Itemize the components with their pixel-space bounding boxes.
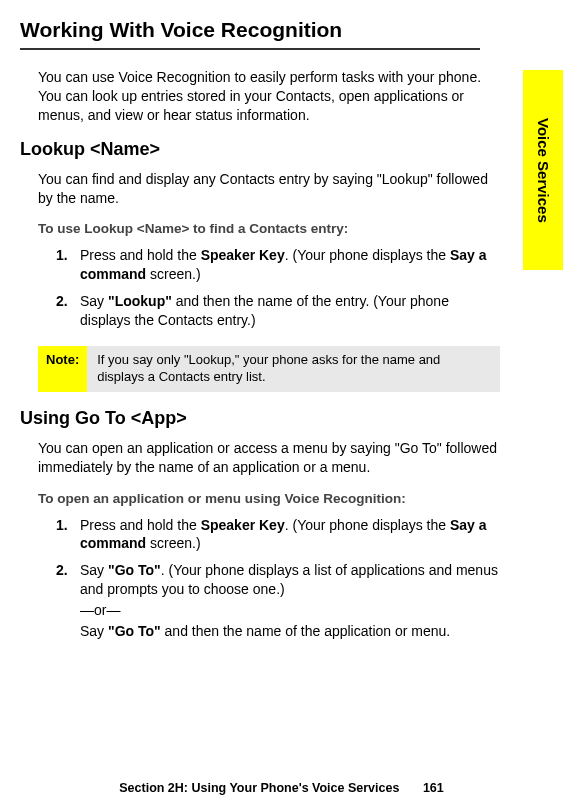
text: Say [80,293,108,309]
section2-instruction-heading: To open an application or menu using Voi… [38,491,533,506]
footer-text: Section 2H: Using Your Phone's Voice Ser… [119,781,399,795]
step-text: Press and hold the Speaker Key. (Your ph… [80,516,501,554]
section1-steps: 1. Press and hold the Speaker Key. (Your… [56,246,501,330]
step-text: Say "Lookup" and then the name of the en… [80,292,501,330]
text: Press and hold the [80,247,201,263]
section1-paragraph: You can find and display any Contacts en… [38,170,498,208]
text: screen.) [146,266,200,282]
text: Say [80,562,108,578]
bold-text: Speaker Key [201,247,285,263]
note-content: If you say only "Lookup," your phone ask… [87,346,500,392]
list-item: 2. Say "Lookup" and then the name of the… [56,292,501,330]
bold-text: "Go To" [108,623,161,639]
list-item: 1. Press and hold the Speaker Key. (Your… [56,246,501,284]
list-item: 1. Press and hold the Speaker Key. (Your… [56,516,501,554]
note-box: Note: If you say only "Lookup," your pho… [38,346,500,392]
text: and then the name of the application or … [161,623,451,639]
note-label: Note: [38,346,87,392]
section2-heading: Using Go To <App> [20,408,533,429]
heading-rule [20,48,480,50]
step-number: 2. [56,292,72,330]
text: . (Your phone displays the [285,247,450,263]
list-item: 2. Say "Go To". (Your phone displays a l… [56,561,501,641]
text: . (Your phone displays the [285,517,450,533]
section2-steps: 1. Press and hold the Speaker Key. (Your… [56,516,501,641]
or-text: —or— [80,601,501,620]
side-tab: Voice Services [523,70,563,270]
step-text: Press and hold the Speaker Key. (Your ph… [80,246,501,284]
step-number: 1. [56,246,72,284]
intro-paragraph: You can use Voice Recognition to easily … [38,68,498,125]
page-footer: Section 2H: Using Your Phone's Voice Ser… [0,781,563,795]
side-tab-label: Voice Services [535,118,552,223]
text: screen.) [146,535,200,551]
step-number: 2. [56,561,72,641]
section1-heading: Lookup <Name> [20,139,533,160]
page-number: 161 [423,781,444,795]
step-number: 1. [56,516,72,554]
step-text: Say "Go To". (Your phone displays a list… [80,561,501,641]
section2-paragraph: You can open an application or access a … [38,439,498,477]
text: Say [80,623,108,639]
bold-text: "Go To" [108,562,161,578]
bold-text: "Lookup" [108,293,172,309]
section1-instruction-heading: To use Lookup <Name> to find a Contacts … [38,221,533,236]
main-heading: Working With Voice Recognition [20,18,533,42]
bold-text: Speaker Key [201,517,285,533]
text: Press and hold the [80,517,201,533]
